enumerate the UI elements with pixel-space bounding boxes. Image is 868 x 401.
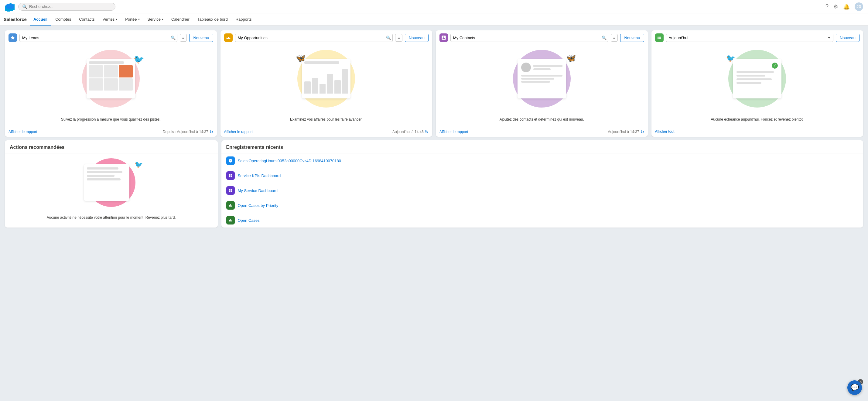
contacts-card: 🔍 ≡ Nouveau xyxy=(436,30,648,137)
nav-label-service: Service xyxy=(148,17,161,22)
dashboard-icon-2 xyxy=(228,188,232,193)
nav-label-accueil: Accueil xyxy=(33,17,48,22)
chat-bubble[interactable]: 💬 xyxy=(847,380,862,395)
opportunities-card-desc: Examinez vos affaires pour les faire ava… xyxy=(220,112,432,127)
recent-item-4[interactable]: Open Cases xyxy=(221,213,863,227)
leads-new-button[interactable]: Nouveau xyxy=(189,34,213,42)
leads-card: 🔍 ≡ Nouveau xyxy=(5,30,217,137)
nav-item-comptes[interactable]: Comptes xyxy=(52,13,75,26)
recent-item-link-1[interactable]: Service KPIs Dashboard xyxy=(238,174,281,178)
top-bar: 🔍 ? ⚙ 🔔 JD xyxy=(0,0,868,13)
main-content: 🔍 ≡ Nouveau xyxy=(0,26,868,401)
nav-item-tableaux[interactable]: Tableaux de bord xyxy=(194,13,231,26)
leads-card-desc: Suivez la progression à mesure que vous … xyxy=(5,112,217,127)
leads-refresh-icon[interactable]: ↻ xyxy=(210,129,213,134)
actions-desc: Aucune activité ne nécessite votre atten… xyxy=(5,212,218,223)
nav-item-service[interactable]: Service ▾ xyxy=(144,13,167,26)
chat-icon: 💬 xyxy=(851,384,859,392)
nav-item-portee[interactable]: Portée ▾ xyxy=(122,13,143,26)
recent-item-icon-4 xyxy=(226,216,235,224)
contacts-new-button[interactable]: Nouveau xyxy=(620,34,644,42)
recent-item-1[interactable]: Service KPIs Dashboard xyxy=(221,168,863,183)
recent-item-link-0[interactable]: Sales:OperatingHours:0052o00000Cvz4D:169… xyxy=(238,159,341,163)
contacts-card-icon xyxy=(439,33,448,42)
leads-search-input[interactable] xyxy=(20,34,177,42)
recent-item-icon-1 xyxy=(226,171,235,180)
settings-icon[interactable]: ⚙ xyxy=(833,3,838,10)
contacts-search-icon: 🔍 xyxy=(602,35,607,40)
leads-card-icon xyxy=(8,33,17,42)
opportunities-refresh-icon[interactable]: ↻ xyxy=(425,129,429,134)
clock-icon xyxy=(228,159,232,163)
recent-item-2[interactable]: My Service Dashboard xyxy=(221,183,863,198)
nav-bar: Salesforce Accueil Comptes Contacts Vent… xyxy=(0,13,868,26)
opportunities-card-icon xyxy=(224,33,232,42)
contacts-illustration: 🦋 xyxy=(436,45,648,112)
leads-report-link[interactable]: Afficher le rapport xyxy=(8,130,37,134)
recent-item-link-4[interactable]: Open Cases xyxy=(238,218,260,223)
opportunities-filter-button[interactable]: ≡ xyxy=(395,34,402,42)
search-bar[interactable]: 🔍 xyxy=(18,3,116,11)
contacts-refresh-icon[interactable]: ↻ xyxy=(641,129,644,134)
list-icon xyxy=(657,35,662,40)
recent-item-icon-3 xyxy=(226,201,235,210)
recent-item-3[interactable]: Open Cases by Priority xyxy=(221,198,863,213)
opportunities-report-link[interactable]: Afficher le rapport xyxy=(224,130,253,134)
bottom-row: Actions recommandées 🐦 Aucune activité n… xyxy=(5,140,863,227)
recent-item-0[interactable]: Sales:OperatingHours:0052o00000Cvz4D:169… xyxy=(221,153,863,168)
nav-item-rapports[interactable]: Rapports xyxy=(232,13,255,26)
contacts-report-link[interactable]: Afficher le rapport xyxy=(439,130,468,134)
contacts-search-input[interactable] xyxy=(451,34,608,42)
actions-card: Actions recommandées 🐦 Aucune activité n… xyxy=(5,140,218,227)
today-report-link[interactable]: Afficher tout xyxy=(655,129,675,134)
contacts-icon xyxy=(441,35,446,40)
leads-search-icon: 🔍 xyxy=(171,35,176,40)
nav-item-ventes[interactable]: Ventes ▾ xyxy=(99,13,121,26)
leads-filter-button[interactable]: ≡ xyxy=(180,34,187,42)
nav-item-calendrier[interactable]: Calendrier xyxy=(168,13,193,26)
today-card: Aujourd'hui Cette semaine Ce mois Nouvea… xyxy=(651,30,863,137)
contacts-filter-button[interactable]: ≡ xyxy=(611,34,618,42)
nav-item-contacts[interactable]: Contacts xyxy=(75,13,98,26)
recent-records-card: Enregistrements récents Sales:OperatingH… xyxy=(221,140,863,227)
opportunities-new-button[interactable]: Nouveau xyxy=(405,34,429,42)
notifications-icon[interactable]: 🔔 xyxy=(843,3,850,10)
chevron-down-icon: ▾ xyxy=(162,18,163,21)
chart-icon xyxy=(228,203,232,208)
opportunities-timestamp: Aujourd'hui à 14:46 ↻ xyxy=(393,129,429,134)
today-card-footer: Afficher tout xyxy=(651,127,863,136)
avatar[interactable]: JD xyxy=(855,2,863,11)
contacts-card-header: 🔍 ≡ Nouveau xyxy=(436,30,648,45)
nav-label-contacts: Contacts xyxy=(79,17,94,22)
help-icon[interactable]: ? xyxy=(826,3,829,10)
nav-label-calendrier: Calendrier xyxy=(171,17,189,22)
actions-header: Actions recommandées xyxy=(5,140,218,153)
recent-item-icon-0 xyxy=(226,156,235,165)
leads-card-header: 🔍 ≡ Nouveau xyxy=(5,30,217,45)
chevron-down-icon: ▾ xyxy=(138,18,140,21)
opportunities-search-input[interactable] xyxy=(235,34,393,42)
recent-item-link-3[interactable]: Open Cases by Priority xyxy=(238,203,279,208)
recent-item-link-2[interactable]: My Service Dashboard xyxy=(238,188,278,193)
svg-point-3 xyxy=(11,5,14,8)
today-select[interactable]: Aujourd'hui Cette semaine Ce mois xyxy=(666,34,833,42)
chevron-down-icon: ▾ xyxy=(116,18,117,21)
chart-icon-2 xyxy=(228,218,232,222)
leads-timestamp: Depuis : Aujourd'hui à 14:37 ↻ xyxy=(163,129,213,134)
search-input[interactable] xyxy=(29,4,112,9)
nav-label-comptes: Comptes xyxy=(55,17,71,22)
contacts-card-footer: Afficher le rapport Aujourd'hui à 14:37 … xyxy=(436,127,648,137)
salesforce-logo xyxy=(5,2,14,11)
svg-point-1 xyxy=(6,4,9,8)
leads-card-footer: Afficher le rapport Depuis : Aujourd'hui… xyxy=(5,127,217,137)
today-card-header: Aujourd'hui Cette semaine Ce mois Nouvea… xyxy=(651,30,863,45)
star-icon xyxy=(10,35,15,40)
opportunities-search-icon: 🔍 xyxy=(386,35,391,40)
dashboard-icon xyxy=(228,174,232,178)
crown-icon xyxy=(226,35,231,40)
nav-label-portee: Portée xyxy=(125,17,137,22)
opportunities-card: 🔍 ≡ Nouveau xyxy=(220,30,432,137)
nav-label-rapports: Rapports xyxy=(236,17,252,22)
today-new-button[interactable]: Nouveau xyxy=(836,34,860,42)
nav-item-accueil[interactable]: Accueil xyxy=(30,13,51,26)
